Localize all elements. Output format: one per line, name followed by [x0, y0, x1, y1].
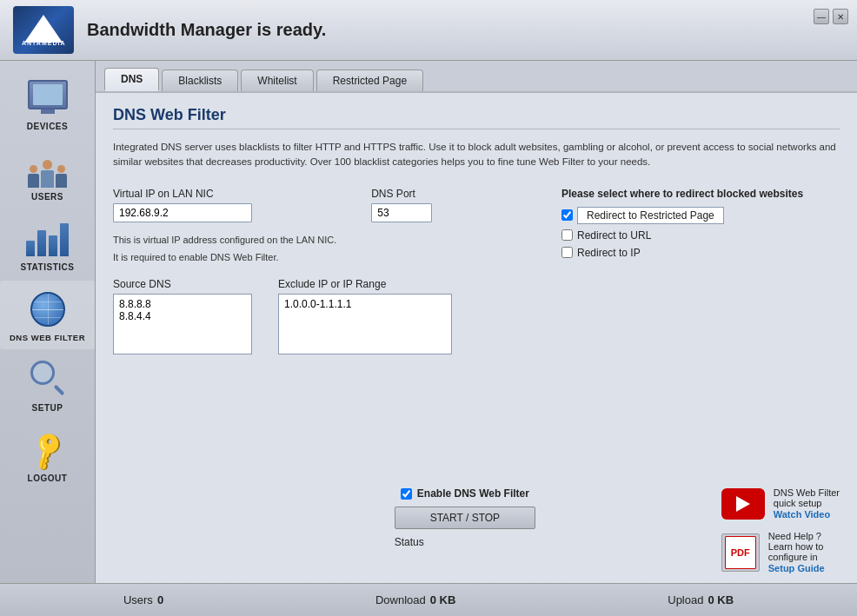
pdf-help-item: PDF Need Help ? Learn how to configure i… [721, 531, 825, 574]
upload-status-value: 0 KB [708, 593, 734, 606]
redirect-title: Please select where to redirect blocked … [561, 188, 840, 200]
virtual-ip-input[interactable] [113, 203, 252, 222]
status-label: Status [395, 536, 424, 548]
sidebar-item-devices-label: DEVICES [27, 122, 68, 131]
dns-port-label: DNS Port [371, 188, 432, 200]
virtual-ip-label: Virtual IP on LAN NIC [113, 188, 336, 200]
users-icon [23, 147, 71, 190]
redirect-option-2-label: Redirect to URL [577, 229, 651, 242]
dns-port-input[interactable] [371, 203, 432, 222]
description-text: Integrated DNS server uses blacklists to… [113, 140, 840, 170]
users-status-label: Users [123, 593, 153, 606]
tab-blacklists[interactable]: Blacklists [162, 70, 238, 91]
status-bar: Users 0 Download 0 KB Upload 0 KB [0, 583, 857, 616]
bottom-section: Enable DNS Web Filter START / STOP Statu… [96, 479, 857, 583]
watch-video-link[interactable]: Watch Video [774, 509, 830, 520]
sidebar-item-logout[interactable]: 🔑 LOGOUT [0, 421, 95, 490]
download-status: Download 0 KB [375, 593, 455, 606]
exclude-ip-group: Exclude IP or IP Range 1.0.0.0-1.1.1.1 [278, 278, 452, 357]
virtual-ip-note-2: It is required to enable DNS Web Filter. [113, 250, 336, 265]
logo-triangle-icon [24, 15, 63, 43]
enable-dns-label: Enable DNS Web Filter [417, 487, 529, 500]
sidebar-item-dns-web-filter[interactable]: DNS WEB FILTER [0, 281, 95, 349]
sidebar-item-setup[interactable]: SETUP [0, 351, 95, 420]
youtube-icon [721, 488, 765, 520]
sidebar-item-statistics-label: STATISTICS [21, 262, 75, 272]
header: ANTAMEDIA Bandwidth Manager is ready. — … [0, 0, 857, 61]
download-status-label: Download [375, 593, 426, 606]
setup-guide-link[interactable]: Setup Guide [768, 563, 825, 573]
start-stop-button[interactable]: START / STOP [395, 507, 535, 529]
tab-dns[interactable]: DNS [104, 68, 159, 91]
top-form-row: Virtual IP on LAN NIC This is virtual IP… [113, 188, 840, 265]
minimize-button[interactable]: — [814, 9, 829, 24]
window-controls: — ✕ [814, 9, 848, 24]
main-layout: DEVICES [0, 61, 857, 583]
users-status: Users 0 [123, 593, 163, 606]
video-help-item: DNS Web Filter quick setup Watch Video [721, 487, 840, 520]
statistics-icon [23, 217, 71, 261]
source-dns-textarea[interactable]: 8.8.8.8 8.8.4.4 [113, 294, 252, 354]
page-content: DNS Web Filter Integrated DNS server use… [96, 93, 857, 479]
sidebar-item-statistics[interactable]: STATISTICS [0, 210, 95, 279]
page-title: DNS Web Filter [113, 106, 840, 129]
help-section: DNS Web Filter quick setup Watch Video P… [721, 487, 840, 574]
play-icon [736, 496, 750, 512]
sidebar-item-users-label: USERS [31, 192, 63, 202]
source-dns-label: Source DNS [113, 278, 252, 290]
video-title: DNS Web Filter quick setup [774, 487, 840, 508]
sidebar-item-logout-label: LOGOUT [28, 474, 68, 483]
app-title: Bandwidth Manager is ready. [87, 20, 326, 40]
pdf-icon: PDF [721, 533, 760, 572]
redirect-option-3-label: Redirect to IP [577, 247, 641, 259]
close-button[interactable]: ✕ [833, 9, 848, 24]
app-logo: ANTAMEDIA [13, 6, 74, 54]
sidebar-item-dns-web-filter-label: DNS WEB FILTER [10, 333, 85, 342]
devices-icon [23, 76, 71, 120]
tab-whitelist[interactable]: Whitelist [241, 70, 313, 91]
redirect-option-2-checkbox[interactable] [561, 229, 573, 241]
logout-icon: 🔑 [23, 428, 71, 472]
setup-icon [23, 358, 71, 401]
redirect-option-2: Redirect to URL [561, 229, 840, 242]
source-dns-group: Source DNS 8.8.8.8 8.8.4.4 [113, 278, 252, 357]
tab-restricted-page[interactable]: Restricted Page [316, 70, 423, 91]
enable-checkbox-row: Enable DNS Web Filter [401, 487, 529, 500]
dns-port-group: DNS Port [371, 188, 432, 222]
dns-exclude-section: Source DNS 8.8.8.8 8.8.4.4 Exclude IP or… [113, 278, 840, 357]
redirect-option-3-checkbox[interactable] [561, 247, 573, 258]
virtual-ip-note-1: This is virtual IP address configured on… [113, 233, 336, 248]
sidebar: DEVICES [0, 61, 96, 583]
exclude-ip-textarea[interactable]: 1.0.0.0-1.1.1.1 [278, 294, 452, 354]
sidebar-item-setup-label: SETUP [32, 403, 63, 413]
enable-dns-checkbox[interactable] [401, 488, 412, 500]
upload-status-label: Upload [668, 593, 703, 606]
logo-brand: ANTAMEDIA [22, 40, 65, 46]
redirect-option-3: Redirect to IP [561, 247, 840, 259]
redirect-option-1-checkbox[interactable] [561, 209, 573, 221]
tabs-bar: DNS Blacklists Whitelist Restricted Page [96, 61, 857, 93]
pdf-title: Need Help ? Learn how to configure in [768, 531, 825, 562]
upload-status: Upload 0 KB [668, 593, 734, 606]
virtual-ip-group: Virtual IP on LAN NIC This is virtual IP… [113, 188, 336, 265]
redirect-option-1: Redirect to Restricted Page [561, 207, 840, 224]
sidebar-item-devices[interactable]: DEVICES [0, 70, 95, 138]
redirect-option-1-label: Redirect to Restricted Page [577, 207, 724, 224]
enable-section: Enable DNS Web Filter START / STOP Statu… [395, 487, 535, 548]
exclude-ip-label: Exclude IP or IP Range [278, 278, 452, 290]
redirect-section: Please select where to redirect blocked … [561, 188, 840, 264]
content-area: DNS Blacklists Whitelist Restricted Page… [96, 61, 857, 583]
dns-web-filter-icon [23, 288, 71, 331]
users-status-value: 0 [157, 593, 163, 606]
download-status-value: 0 KB [430, 593, 456, 606]
sidebar-item-users[interactable]: USERS [0, 140, 95, 209]
